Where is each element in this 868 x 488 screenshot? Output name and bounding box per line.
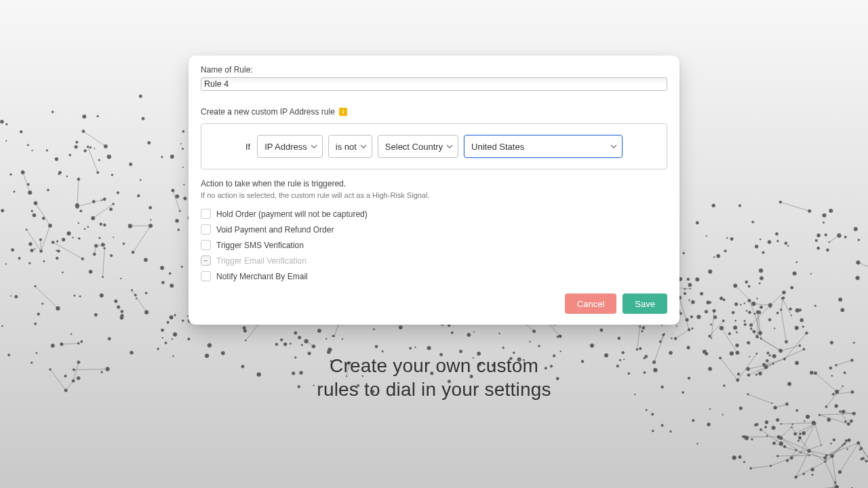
- svg-point-785: [692, 327, 694, 329]
- svg-point-823: [760, 239, 761, 240]
- svg-point-577: [686, 319, 689, 322]
- svg-point-807: [722, 320, 724, 322]
- svg-point-483: [373, 329, 374, 330]
- svg-point-894: [834, 481, 836, 483]
- svg-point-435: [117, 306, 120, 309]
- svg-point-860: [774, 406, 777, 409]
- svg-point-877: [847, 449, 848, 450]
- svg-point-205: [90, 146, 92, 148]
- svg-line-119: [831, 483, 835, 488]
- svg-point-585: [294, 331, 297, 334]
- svg-point-499: [697, 315, 701, 319]
- svg-point-654: [639, 326, 642, 328]
- rule-scope-select[interactable]: Select Country: [378, 135, 458, 158]
- svg-point-846: [796, 262, 797, 263]
- svg-point-475: [332, 335, 334, 337]
- svg-point-219: [5, 264, 7, 265]
- svg-point-905: [859, 449, 861, 451]
- ip-rule-subheading-text: Create a new custom IP Address rule: [201, 107, 335, 117]
- svg-line-142: [840, 443, 859, 472]
- svg-point-225: [52, 111, 54, 113]
- svg-line-132: [820, 415, 849, 424]
- svg-point-302: [110, 254, 113, 257]
- svg-point-247: [172, 338, 173, 340]
- svg-point-560: [182, 320, 184, 322]
- svg-point-244: [131, 289, 133, 291]
- svg-point-531: [710, 324, 711, 325]
- svg-point-349: [283, 342, 287, 346]
- svg-point-614: [687, 278, 690, 281]
- action-notify-merchant-row[interactable]: Notify Merchant By Email: [201, 271, 667, 281]
- svg-line-114: [825, 444, 845, 458]
- action-sms-verify-row[interactable]: Trigger SMS Verification: [201, 240, 667, 250]
- svg-point-285: [69, 154, 71, 156]
- svg-point-482: [342, 338, 343, 340]
- save-button[interactable]: Save: [623, 293, 667, 314]
- action-hold-order-row[interactable]: Hold Order (payment will not be captured…: [201, 209, 667, 219]
- svg-point-318: [758, 331, 762, 335]
- svg-point-715: [670, 430, 672, 432]
- svg-point-169: [43, 260, 45, 262]
- rule-value-select[interactable]: United States: [464, 135, 623, 158]
- cancel-button[interactable]: Cancel: [565, 293, 616, 314]
- svg-point-297: [179, 210, 180, 211]
- svg-point-873: [688, 300, 690, 301]
- svg-point-916: [835, 485, 839, 488]
- svg-point-721: [691, 300, 694, 304]
- svg-point-778: [826, 249, 829, 251]
- svg-point-903: [772, 442, 775, 445]
- svg-line-17: [88, 147, 98, 173]
- svg-point-273: [180, 143, 182, 144]
- svg-line-97: [660, 334, 665, 342]
- svg-line-77: [711, 311, 714, 338]
- svg-line-20: [36, 203, 50, 226]
- svg-point-673: [750, 328, 752, 330]
- svg-point-933: [838, 470, 842, 474]
- svg-line-121: [792, 427, 810, 451]
- svg-point-690: [779, 442, 783, 446]
- svg-point-607: [280, 339, 283, 342]
- svg-point-341: [459, 350, 462, 353]
- svg-point-918: [840, 411, 842, 413]
- svg-line-70: [781, 346, 800, 351]
- svg-point-525: [275, 343, 278, 346]
- svg-point-161: [132, 251, 134, 253]
- svg-point-750: [651, 413, 654, 416]
- rule-operator-select[interactable]: is not: [328, 135, 372, 158]
- svg-point-706: [844, 236, 846, 238]
- svg-point-154: [184, 197, 187, 200]
- svg-point-889: [795, 449, 797, 451]
- svg-point-901: [823, 456, 827, 460]
- svg-line-14: [35, 286, 58, 308]
- svg-point-286: [62, 238, 65, 241]
- svg-line-131: [840, 411, 848, 424]
- rule-field-select[interactable]: IP Address: [257, 135, 323, 158]
- svg-point-922: [776, 455, 778, 457]
- svg-point-599: [169, 272, 171, 274]
- svg-point-827: [779, 436, 783, 440]
- svg-point-218: [121, 310, 123, 313]
- svg-point-904: [808, 449, 811, 453]
- name-of-rule-label: Name of Rule:: [201, 65, 667, 75]
- svg-point-328: [754, 313, 756, 315]
- rule-name-input[interactable]: [201, 77, 667, 91]
- svg-line-10: [83, 131, 106, 146]
- svg-point-659: [636, 348, 638, 350]
- svg-point-193: [102, 277, 103, 278]
- svg-point-270: [56, 241, 58, 243]
- svg-point-167: [28, 243, 32, 246]
- svg-point-267: [80, 210, 82, 212]
- svg-point-872: [747, 341, 750, 344]
- info-icon[interactable]: i: [339, 108, 347, 116]
- svg-point-204: [21, 171, 24, 174]
- svg-point-252: [161, 156, 163, 158]
- svg-point-571: [713, 316, 717, 319]
- svg-point-699: [760, 428, 762, 430]
- svg-point-280: [1, 325, 3, 327]
- svg-point-150: [182, 130, 184, 132]
- action-void-refund-row[interactable]: Void Payment and Refund Order: [201, 224, 667, 235]
- svg-point-423: [690, 316, 693, 319]
- svg-point-159: [56, 250, 58, 251]
- chevron-down-icon: [360, 143, 367, 150]
- svg-point-777: [744, 320, 746, 322]
